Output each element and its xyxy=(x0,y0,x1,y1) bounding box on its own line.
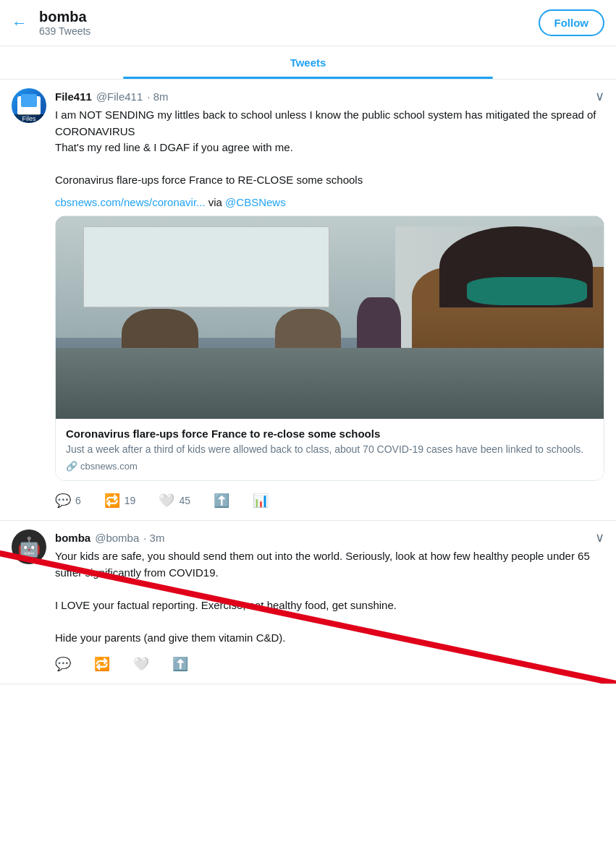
stats-icon: 📊 xyxy=(253,493,269,509)
share-icon: ⬆️ xyxy=(214,493,229,509)
tab-tweets[interactable]: Tweets xyxy=(0,46,616,79)
retweet-button[interactable]: 🔁 19 xyxy=(104,490,136,511)
tab-bar: Tweets xyxy=(0,46,616,80)
reply-count: 6 xyxy=(75,495,81,506)
link-icon: 🔗 xyxy=(66,461,77,472)
tweet2-reply-button[interactable]: 💬 xyxy=(55,653,71,675)
tweet2-share-icon: ⬆️ xyxy=(172,656,188,672)
tweet-2-meta: bomba @bomba · 3m xyxy=(55,532,164,544)
tweet-2-name: bomba xyxy=(55,532,90,544)
article-card[interactable]: Coronavirus flare-ups force France to re… xyxy=(55,216,604,482)
tweet-1-name: File411 xyxy=(55,90,92,103)
header-title: bomba xyxy=(39,9,539,25)
tweet-2-time: · 3m xyxy=(143,532,164,544)
reply-button[interactable]: 💬 6 xyxy=(55,490,81,511)
tweet-1-header: File411 @File411 · 8m ∨ xyxy=(55,88,604,104)
tweet-1-text: I am NOT SENDING my littles back to scho… xyxy=(55,107,604,189)
tweet-1: Files File411 @File411 · 8m ∨ I am NOT S… xyxy=(0,80,616,521)
retweet-count: 19 xyxy=(125,495,136,506)
header-subtitle: 639 Tweets xyxy=(39,25,539,37)
tweet-1-time: · 8m xyxy=(147,90,168,103)
header: ← bomba 639 Tweets Follow xyxy=(0,0,616,46)
tweet-2-actions: 💬 🔁 🤍 ⬆️ xyxy=(55,653,604,675)
header-info: bomba 639 Tweets xyxy=(39,9,539,37)
tweet-1-more[interactable]: ∨ xyxy=(595,88,604,104)
follow-button[interactable]: Follow xyxy=(539,9,605,36)
files-label: Files xyxy=(12,114,46,123)
tweet-2-text: Your kids are safe, you should send them… xyxy=(55,548,604,646)
article-card-desc: Just a week after a third of kids were a… xyxy=(66,443,594,457)
tweet-1-link-line: cbsnews.com/news/coronavir... via @CBSNe… xyxy=(55,196,604,208)
avatar-file411: Files xyxy=(12,88,46,123)
tweet-1-actions: 💬 6 🔁 19 🤍 45 ⬆️ 📊 xyxy=(55,490,604,511)
tweet-1-meta: File411 @File411 · 8m xyxy=(55,90,169,103)
reply-icon: 💬 xyxy=(55,493,71,509)
tweet-2: 🤖 bomba @bomba · 3m ∨ Your kids are safe… xyxy=(0,521,616,684)
tweet2-retweet-icon: 🔁 xyxy=(94,656,110,672)
source-text: cbsnews.com xyxy=(80,461,138,472)
tweet2-like-button[interactable]: 🤍 xyxy=(133,653,149,675)
mask xyxy=(467,277,588,305)
tweet-2-content: bomba @bomba · 3m ∨ Your kids are safe, … xyxy=(55,529,604,675)
back-button[interactable]: ← xyxy=(12,14,28,33)
like-count: 45 xyxy=(179,495,190,506)
article-card-title: Coronavirus flare-ups force France to re… xyxy=(66,427,594,440)
tweet2-reply-icon: 💬 xyxy=(55,656,71,672)
tweet-1-content: File411 @File411 · 8m ∨ I am NOT SENDING… xyxy=(55,88,604,511)
tweet-1-handle: @File411 xyxy=(96,90,143,103)
tweet-2-handle: @bomba xyxy=(95,532,139,544)
tweet-1-via-handle[interactable]: @CBSNews xyxy=(225,196,286,208)
like-icon: 🤍 xyxy=(159,493,174,509)
article-card-text: Coronavirus flare-ups force France to re… xyxy=(56,419,604,481)
classroom-bg xyxy=(56,216,604,419)
tweet-2-header: bomba @bomba · 3m ∨ xyxy=(55,529,604,545)
tweet-1-link[interactable]: cbsnews.com/news/coronavir... xyxy=(55,196,206,208)
tweet-1-via: via xyxy=(206,196,226,208)
retweet-icon: 🔁 xyxy=(104,493,120,509)
share-button[interactable]: ⬆️ xyxy=(214,490,229,511)
like-button[interactable]: 🤍 45 xyxy=(159,490,190,511)
avatar-bomba: 🤖 xyxy=(12,529,46,564)
classroom-floor xyxy=(56,348,604,419)
tweet2-share-button[interactable]: ⬆️ xyxy=(172,653,188,675)
bomba-avatar-emoji: 🤖 xyxy=(17,536,41,558)
article-card-source: 🔗 cbsnews.com xyxy=(66,461,594,472)
tweet2-retweet-button[interactable]: 🔁 xyxy=(94,653,110,675)
whiteboard xyxy=(83,226,330,307)
article-image xyxy=(56,216,604,419)
tweet2-like-icon: 🤍 xyxy=(133,656,149,672)
stats-button[interactable]: 📊 xyxy=(253,490,269,511)
tweet-2-more[interactable]: ∨ xyxy=(595,529,604,545)
